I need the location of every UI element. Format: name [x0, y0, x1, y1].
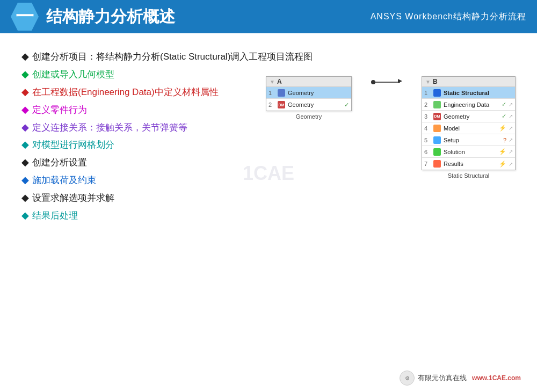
- bullet-text: 创建或导入几何模型: [32, 67, 114, 83]
- bullet-text: 施加载荷及约束: [32, 173, 96, 188]
- bullet-diamond: ◆: [21, 172, 29, 188]
- workbench-diagram: ▼ A 1 Geometry 2 DM Geometry ✓ Geometry: [266, 76, 516, 179]
- bullet-text: 设置求解选项并求解: [32, 191, 114, 206]
- bullet-diamond: ◆: [21, 207, 29, 224]
- block-a: ▼ A 1 Geometry 2 DM Geometry ✓: [266, 76, 352, 111]
- block-b-row-1: 1 Static Structural: [422, 87, 515, 99]
- footer-logo: ⚙ 有限元仿真在线: [400, 371, 467, 386]
- block-b-row-6: 6 Solution ⚡ ↗: [422, 146, 515, 158]
- block-b-row-4: 4 Model ⚡ ↗: [422, 122, 515, 134]
- bullet-diamond: ◆: [21, 84, 29, 100]
- bullet-diamond: ◆: [21, 190, 29, 206]
- block-b-row-2: 2 Engineering Data ✓ ↗: [422, 99, 515, 111]
- block-a-row-1: 1 Geometry: [266, 87, 351, 99]
- bullet-diamond: ◆: [21, 154, 29, 171]
- block-a-caption: Geometry: [296, 113, 322, 120]
- bullet-item-b1: ◆创建分析项目：将结构静力分析(Static Structural)调入工程项目…: [21, 48, 516, 65]
- block-b-row-5: 5 Setup ? ↗: [422, 134, 515, 146]
- bullet-text: 定义零件行为: [32, 103, 87, 118]
- block-a-col-label: A: [277, 78, 282, 85]
- bullet-text: 定义连接关系：接触关系，关节弹簧等: [32, 120, 187, 136]
- block-b-row-3: 3 DM Geometry ✓ ↗: [422, 111, 515, 122]
- header: 一 结构静力分析概述 ANSYS Workbench结构静力分析流程: [0, 0, 537, 33]
- footer-logo-text: 有限元仿真在线: [418, 373, 467, 383]
- header-subtitle: ANSYS Workbench结构静力分析流程: [371, 11, 526, 23]
- block-a-header: ▼ A: [266, 77, 351, 87]
- page-title: 结构静力分析概述: [46, 6, 371, 28]
- bullet-text: 结果后处理: [32, 208, 78, 224]
- block-b-header: ▼ B: [422, 77, 515, 87]
- block-a-row-2: 2 DM Geometry ✓: [266, 99, 351, 111]
- logo-icon: ⚙: [400, 371, 415, 386]
- section-number: 一: [11, 3, 39, 31]
- bullet-text: 创建分析设置: [32, 155, 87, 171]
- bullet-diamond: ◆: [21, 136, 29, 153]
- bullet-diamond: ◆: [21, 119, 29, 136]
- bullet-text: 创建分析项目：将结构静力分析(Static Structural)调入工程项目流…: [32, 49, 313, 65]
- main-content: ◆创建分析项目：将结构静力分析(Static Structural)调入工程项目…: [0, 33, 537, 230]
- bullet-item-b10: ◆结果后处理: [21, 207, 516, 224]
- bullet-text: 对模型进行网格划分: [32, 137, 114, 153]
- block-b: ▼ B 1 Static Structural 2 Engineering Da…: [422, 76, 516, 170]
- block-b-col-label: B: [433, 78, 438, 85]
- bullet-diamond: ◆: [21, 66, 29, 83]
- bullet-text: 在工程数据(Engineering Data)中定义材料属性: [32, 85, 219, 100]
- footer-url: www.1CAE.com: [472, 374, 521, 382]
- footer: ⚙ 有限元仿真在线 www.1CAE.com: [400, 371, 521, 386]
- bullet-diamond: ◆: [21, 101, 29, 118]
- bullet-item-b9: ◆设置求解选项并求解: [21, 190, 516, 206]
- block-b-row-7: 7 Results ⚡ ↗: [422, 158, 515, 170]
- block-b-caption: Static Structural: [448, 172, 490, 179]
- bullet-diamond: ◆: [21, 48, 29, 65]
